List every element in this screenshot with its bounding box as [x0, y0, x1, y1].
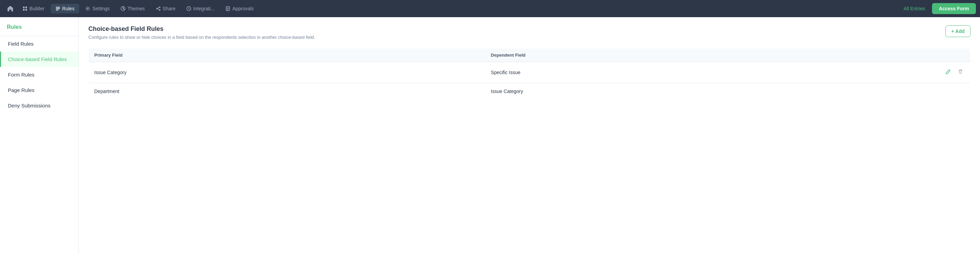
- all-entries-link[interactable]: All Entries: [904, 6, 925, 11]
- access-form-button[interactable]: Access Form: [932, 3, 976, 14]
- table-row: Issue Category Specific Issue: [89, 62, 970, 83]
- sidebar-title: Rules: [0, 24, 78, 36]
- sidebar-item-page-rules[interactable]: Page Rules: [0, 82, 78, 98]
- sidebar-item-deny-submissions[interactable]: Deny Submissions: [0, 98, 78, 113]
- page-title: Choice-based Field Rules: [88, 26, 315, 33]
- main-header-text: Choice-based Field Rules Configure rules…: [88, 26, 315, 40]
- svg-rect-4: [56, 7, 60, 8]
- primary-field-cell: Department: [89, 83, 485, 100]
- nav-rules[interactable]: Rules: [51, 4, 80, 13]
- dependent-field-cell: Specific Issue: [485, 62, 882, 83]
- primary-field-cell: Issue Category: [89, 62, 485, 83]
- column-primary-field: Primary Field: [89, 48, 485, 62]
- svg-rect-0: [23, 6, 25, 8]
- delete-rule-button[interactable]: [956, 68, 964, 77]
- svg-rect-3: [25, 9, 27, 11]
- sidebar-item-choice-based-field-rules[interactable]: Choice-based Field Rules: [0, 51, 78, 67]
- sidebar-item-field-rules[interactable]: Field Rules: [0, 36, 78, 51]
- svg-point-7: [87, 8, 88, 9]
- main-content: Choice-based Field Rules Configure rules…: [79, 17, 980, 254]
- top-nav: Builder Rules Settings Themes Share Inte…: [0, 0, 980, 17]
- svg-rect-5: [56, 8, 60, 9]
- svg-rect-1: [25, 6, 27, 8]
- svg-rect-2: [23, 9, 25, 11]
- page-subtitle: Configure rules to show or hide choices …: [88, 35, 315, 40]
- table-header-row: Primary Field Dependent Field: [89, 48, 970, 62]
- svg-point-10: [156, 8, 157, 9]
- svg-line-13: [157, 9, 159, 10]
- home-button[interactable]: [4, 2, 16, 15]
- sidebar-item-form-rules[interactable]: Form Rules: [0, 67, 78, 82]
- add-rule-button[interactable]: + Add: [945, 26, 970, 37]
- table-row: Department Issue Category: [89, 83, 970, 100]
- rules-table: Primary Field Dependent Field Issue Cate…: [88, 48, 970, 100]
- nav-themes[interactable]: Themes: [116, 4, 150, 13]
- sidebar: Rules Field Rules Choice-based Field Rul…: [0, 17, 79, 254]
- page-layout: Rules Field Rules Choice-based Field Rul…: [0, 17, 980, 254]
- dependent-field-cell: Issue Category: [485, 83, 882, 100]
- main-header: Choice-based Field Rules Configure rules…: [88, 26, 970, 40]
- svg-rect-6: [56, 10, 59, 10]
- actions-cell: [882, 62, 970, 83]
- nav-integrations[interactable]: Integrati...: [181, 4, 219, 13]
- column-dependent-field: Dependent Field: [485, 48, 882, 62]
- nav-builder[interactable]: Builder: [18, 4, 49, 13]
- svg-line-12: [157, 8, 159, 9]
- svg-point-11: [159, 10, 160, 11]
- edit-rule-button[interactable]: [944, 68, 952, 77]
- nav-settings[interactable]: Settings: [81, 4, 115, 13]
- nav-share[interactable]: Share: [151, 4, 180, 13]
- nav-approvals[interactable]: Approvals: [221, 4, 258, 13]
- row-actions: [888, 68, 964, 77]
- column-actions: [882, 48, 970, 62]
- actions-cell-empty: [882, 83, 970, 100]
- svg-point-9: [159, 7, 160, 8]
